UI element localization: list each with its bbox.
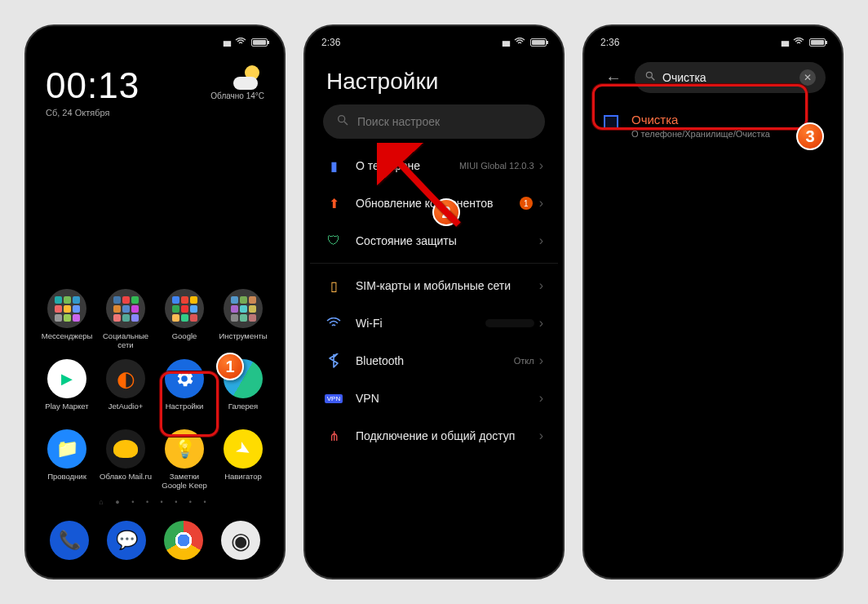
step-badge-2: 2 <box>432 198 460 226</box>
search-icon <box>336 113 349 130</box>
highlight-search-result <box>592 84 808 130</box>
app-label: Навигатор <box>224 472 262 490</box>
svg-line-1 <box>344 122 348 125</box>
row-label: Состояние защиты <box>356 233 539 248</box>
row-connection-sharing[interactable]: ⋔ Подключение и общий доступ › <box>310 417 558 455</box>
dock-chrome[interactable] <box>164 521 203 560</box>
app-label: JetAudio+ <box>108 402 144 420</box>
app-label: Play Маркет <box>45 402 88 420</box>
wifi-row-icon <box>325 314 343 332</box>
phone-icon: ▮ <box>325 157 343 175</box>
row-wifi[interactable]: Wi-Fi › <box>310 304 558 342</box>
notification-badge: 1 <box>520 197 533 210</box>
app-mailru-cloud[interactable]: Облако Mail.ru <box>96 424 155 495</box>
folder-messengers[interactable]: Мессенджеры <box>38 284 96 354</box>
page-indicator: ⌂ ● • • • • • • <box>38 495 272 509</box>
wifi-icon <box>793 37 804 48</box>
search-placeholder: Поиск настроек <box>357 115 440 128</box>
row-label: Bluetooth <box>356 353 514 368</box>
step-badge-3: 3 <box>796 122 824 150</box>
row-label: VPN <box>356 391 539 406</box>
result-path: О телефоне/Хранилище/Очистка <box>631 129 770 139</box>
wifi-icon <box>514 37 525 48</box>
search-icon <box>644 70 656 85</box>
chevron-right-icon: › <box>539 391 543 406</box>
row-label: О телефоне <box>356 158 459 173</box>
row-bluetooth[interactable]: Bluetooth Откл › <box>310 342 558 380</box>
folder-label: Мессенджеры <box>42 331 93 349</box>
folder-label: Google <box>172 331 197 349</box>
folder-social[interactable]: Социальные сети <box>96 284 155 354</box>
wifi-icon <box>235 37 246 48</box>
jetaudio-icon <box>106 359 145 398</box>
svg-line-3 <box>652 78 655 81</box>
app-navigator[interactable]: Навигатор <box>214 424 272 495</box>
status-bar: 2:36 <box>589 31 837 54</box>
settings-title: Настройки <box>310 54 558 104</box>
status-time: 2:36 <box>600 37 625 48</box>
vpn-icon: VPN <box>325 389 343 407</box>
row-label: Подключение и общий доступ <box>356 429 539 443</box>
row-security-status[interactable]: 🛡 Состояние защиты › <box>310 222 558 260</box>
mailru-icon <box>106 429 145 469</box>
row-about-phone[interactable]: ▮ О телефоне MIUI Global 12.0.3 › <box>310 147 558 184</box>
folder-label: Инструменты <box>219 331 267 349</box>
folder-google[interactable]: Google <box>155 284 214 354</box>
app-label: Галерея <box>228 402 258 420</box>
folder-icon <box>47 429 86 469</box>
dock-messages[interactable] <box>107 521 146 560</box>
dock-camera[interactable] <box>221 521 260 560</box>
row-label: Wi-Fi <box>356 316 485 331</box>
status-time: 2:36 <box>321 37 346 48</box>
folder-tools[interactable]: Инструменты <box>214 284 272 354</box>
chevron-right-icon: › <box>539 353 543 368</box>
weather-icon <box>233 65 264 90</box>
weather-text: Облачно 14°C <box>210 91 264 100</box>
app-explorer[interactable]: Проводник <box>38 424 96 495</box>
search-value: Очистка <box>662 71 799 84</box>
status-bar: 2:36 <box>310 31 558 54</box>
chevron-right-icon: › <box>539 316 543 331</box>
chevron-right-icon: › <box>539 278 543 293</box>
row-label: SIM-карты и мобильные сети <box>356 278 539 293</box>
bluetooth-icon <box>325 352 343 370</box>
signal-icon <box>223 37 230 48</box>
battery-icon <box>251 38 268 47</box>
dock-phone[interactable] <box>50 521 89 560</box>
weather-widget[interactable]: Облачно 14°C <box>210 65 264 100</box>
app-jetaudio[interactable]: JetAudio+ <box>96 354 155 424</box>
highlight-settings-app <box>160 371 219 437</box>
svg-point-0 <box>339 116 345 122</box>
navigator-icon <box>224 429 263 469</box>
home-clock: 00:13 <box>46 65 140 106</box>
battery-icon <box>809 38 826 47</box>
phone-settings: 2:36 Настройки Поиск настроек ▮ О телефо… <box>303 24 565 580</box>
row-side: MIUI Global 12.0.3 <box>459 161 534 171</box>
home-date: Сб, 24 Октября <box>46 108 140 118</box>
wifi-ssid-redacted <box>485 319 534 327</box>
chevron-right-icon: › <box>539 429 543 443</box>
app-label: Заметки Google Keep <box>157 472 212 490</box>
settings-search[interactable]: Поиск настроек <box>323 104 545 139</box>
sim-icon: ▯ <box>325 277 343 295</box>
chevron-right-icon: › <box>539 158 543 173</box>
folder-label: Социальные сети <box>98 331 153 349</box>
row-vpn[interactable]: VPN VPN › <box>310 380 558 417</box>
row-sim-networks[interactable]: ▯ SIM-карты и мобильные сети › <box>310 267 558 304</box>
chevron-right-icon: › <box>539 196 543 211</box>
status-bar <box>31 31 279 54</box>
row-side: Откл <box>514 356 534 366</box>
step-badge-1: 1 <box>216 353 244 380</box>
chevron-right-icon: › <box>539 233 543 248</box>
battery-icon <box>530 38 547 47</box>
update-icon: ⬆ <box>325 194 343 212</box>
share-icon: ⋔ <box>325 427 343 445</box>
signal-icon <box>502 37 509 48</box>
phone-home: 00:13 Сб, 24 Октября Облачно 14°C <box>24 24 286 580</box>
dock <box>31 516 279 565</box>
clear-button[interactable]: ✕ <box>799 69 816 86</box>
app-label: Облако Mail.ru <box>100 472 152 490</box>
app-play-market[interactable]: Play Маркет <box>38 354 96 424</box>
signal-icon <box>781 37 788 48</box>
play-icon <box>47 359 86 398</box>
